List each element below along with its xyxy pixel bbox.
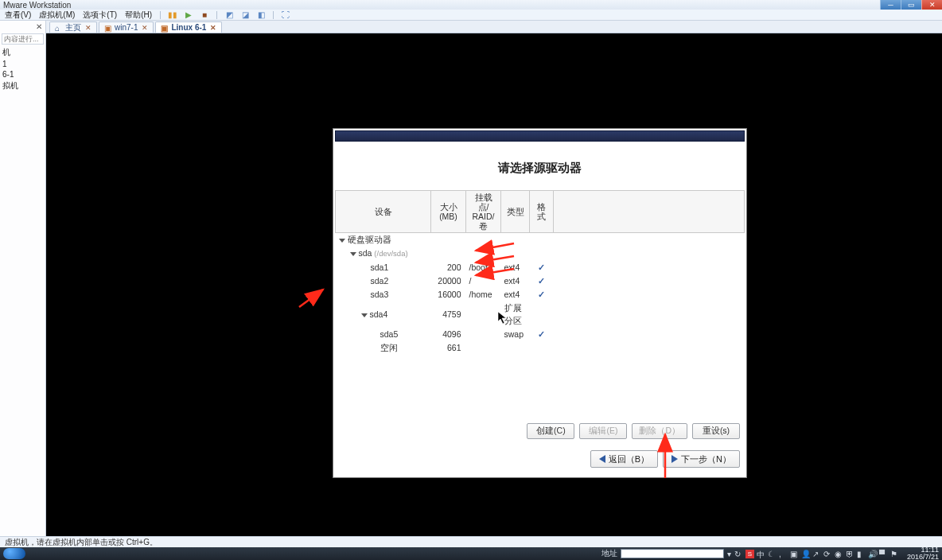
menu-bar: 查看(V) 虚拟机(M) 选项卡(T) 帮助(H) ▮▮ ▶ ■ ◩ ◪ ◧ ⛶ [0, 10, 942, 21]
go-icon[interactable]: ↻ [734, 550, 741, 558]
system-tray: S 中 ☾ , ▣ 👤 ↗ ⟳ ◉ ⛨ ▮ 🔊 ▀ ⚑ [745, 550, 899, 558]
monitor-icon[interactable]: ▣ [790, 550, 799, 558]
dropdown-icon[interactable]: ▾ [727, 550, 731, 558]
fullscreen-icon[interactable]: ⛶ [282, 11, 290, 19]
tree-root-row[interactable]: 硬盘驱动器 [336, 233, 745, 247]
window-maximize-button[interactable]: ▭ [901, 0, 921, 10]
partition-row[interactable]: 空闲 661 [336, 341, 745, 355]
network-icon[interactable]: ▀ [879, 550, 888, 558]
user-icon[interactable]: 👤 [801, 550, 810, 558]
tab-close-icon[interactable]: ✕ [142, 24, 148, 32]
s-icon[interactable]: S [745, 550, 754, 558]
separator [273, 11, 274, 19]
shield-icon[interactable]: ⛨ [846, 550, 854, 558]
separator [160, 11, 161, 19]
tab-close-icon[interactable]: ✕ [210, 24, 216, 32]
vm-icon: ▣ [104, 24, 112, 32]
lang-icon[interactable]: , [779, 550, 788, 558]
expand-icon[interactable] [361, 313, 368, 317]
create-button[interactable]: 创建(C) [527, 423, 574, 439]
library-search-input[interactable] [2, 33, 44, 45]
tab-label: 主页 [65, 22, 81, 33]
tree-disk-row[interactable]: sda (/dev/sda) [336, 247, 745, 260]
home-icon: ⌂ [55, 24, 63, 32]
clock-date: 2016/7/21 [907, 554, 939, 560]
window-minimize-button[interactable]: ─ [880, 0, 901, 10]
check-icon: ✓ [538, 262, 545, 272]
col-type[interactable]: 类型 [501, 191, 530, 233]
tab-close-icon[interactable]: ✕ [85, 24, 91, 32]
tab-label: Linux 6-1 [171, 23, 206, 32]
tab-win7[interactable]: ▣ win7-1 ✕ [99, 21, 154, 33]
menu-view[interactable]: 查看(V) [5, 10, 31, 21]
delete-button[interactable]: 删除（D） [632, 423, 687, 439]
address-label: 地址 [601, 548, 617, 559]
snapshot-icon[interactable]: ◩ [225, 11, 233, 19]
edit-button[interactable]: 编辑(E) [579, 423, 627, 439]
svg-line-3 [299, 290, 323, 307]
menu-help[interactable]: 帮助(H) [125, 10, 152, 21]
vmware-status-bar: 虚拟机，请在虚拟机内部单击或按 Ctrl+G。 [0, 536, 942, 547]
ime-icon[interactable]: 中 [757, 550, 765, 558]
sidebar-close-icon[interactable]: ✕ [36, 22, 42, 31]
partition-row[interactable]: sda2 20000 / ext4 ✓ [336, 274, 745, 288]
status-hint: 虚拟机，请在虚拟机内部单击或按 Ctrl+G。 [5, 537, 158, 548]
tab-label: win7-1 [115, 23, 138, 32]
partition-buttons: 创建(C) 编辑(E) 删除（D） 重设(s) [333, 418, 746, 447]
window-close-button[interactable]: ✕ [921, 0, 942, 10]
vm-icon: ▣ [161, 24, 169, 32]
partition-row[interactable]: sda5 4096 swap ✓ [336, 328, 745, 341]
library-item[interactable]: 1 [0, 59, 45, 69]
flag-icon[interactable]: ⚑ [890, 550, 899, 558]
arrow-left-icon [599, 455, 605, 463]
col-format[interactable]: 格式 [530, 191, 554, 233]
pause-icon[interactable]: ▮▮ [169, 11, 177, 19]
partition-row[interactable]: sda3 16000 /home ext4 ✓ [336, 288, 745, 301]
moon-icon[interactable]: ☾ [768, 550, 777, 558]
menu-vm[interactable]: 虚拟机(M) [39, 10, 75, 21]
snapshot-manager-icon[interactable]: ◪ [241, 11, 249, 19]
library-sidebar: ✕ 机 1 6-1 拟机 [0, 21, 46, 536]
windows-taskbar: 地址 ▾ ↻ S 中 ☾ , ▣ 👤 ↗ ⟳ ◉ ⛨ ▮ 🔊 ▀ ⚑ 11:11… [0, 547, 942, 560]
menu-tabs[interactable]: 选项卡(T) [83, 10, 117, 21]
battery-icon[interactable]: ▮ [857, 550, 866, 558]
check-icon: ✓ [538, 290, 545, 299]
col-device[interactable]: 设备 [336, 191, 431, 233]
library-item[interactable]: 机 [0, 46, 45, 59]
vm-display[interactable]: ⌂ 主页 ✕ ▣ win7-1 ✕ ▣ Linux 6-1 ✕ [46, 21, 942, 536]
separator [216, 11, 217, 19]
partition-row[interactable]: sda4 4759 扩展分区 [336, 301, 745, 327]
window-title: Mware Workstation [3, 1, 939, 10]
expand-icon[interactable] [350, 252, 356, 256]
dialog-title: 请选择源驱动器 [333, 161, 746, 176]
partition-row[interactable]: sda1 200 /boot ext4 ✓ [336, 261, 745, 274]
next-button[interactable]: 下一步（N） [663, 450, 740, 468]
expand-icon[interactable] [339, 239, 345, 243]
dialog-header-bar [335, 130, 745, 142]
tabs-bar: ⌂ 主页 ✕ ▣ win7-1 ✕ ▣ Linux 6-1 ✕ [46, 21, 942, 33]
partition-table: 设备 大小 (MB) 挂载点/ RAID/卷 类型 格式 硬盘驱动器 [335, 190, 745, 418]
taskbar-clock[interactable]: 11:11 2016/7/21 [907, 546, 939, 560]
back-button[interactable]: 返回（B） [590, 450, 658, 468]
volume-icon[interactable]: 🔊 [868, 550, 877, 558]
check-icon: ✓ [538, 329, 545, 339]
stop-icon[interactable]: ■ [200, 11, 208, 19]
revert-icon[interactable]: ◧ [257, 11, 265, 19]
installer-dialog: 请选择源驱动器 设备 大小 (MB) 挂载点/ RAID/卷 类型 格式 [333, 128, 747, 478]
arrow-right-icon [671, 455, 678, 463]
title-bar: Mware Workstation ─ ▭ ✕ [0, 0, 942, 10]
address-input[interactable] [621, 549, 724, 558]
library-item[interactable]: 6-1 [0, 69, 45, 80]
globe-icon[interactable]: ◉ [835, 550, 843, 558]
tab-linux[interactable]: ▣ Linux 6-1 ✕ [155, 21, 222, 33]
refresh-icon[interactable]: ⟳ [823, 550, 832, 558]
play-icon[interactable]: ▶ [185, 11, 193, 19]
tab-home[interactable]: ⌂ 主页 ✕ [49, 21, 97, 33]
col-size[interactable]: 大小 (MB) [431, 191, 466, 233]
library-item[interactable]: 拟机 [0, 80, 45, 92]
reset-button[interactable]: 重设(s) [692, 423, 740, 439]
start-button[interactable] [3, 548, 25, 559]
col-mount[interactable]: 挂载点/ RAID/卷 [466, 191, 501, 233]
nav-buttons: 返回（B） 下一步（N） [333, 447, 746, 477]
link-icon[interactable]: ↗ [812, 550, 821, 558]
